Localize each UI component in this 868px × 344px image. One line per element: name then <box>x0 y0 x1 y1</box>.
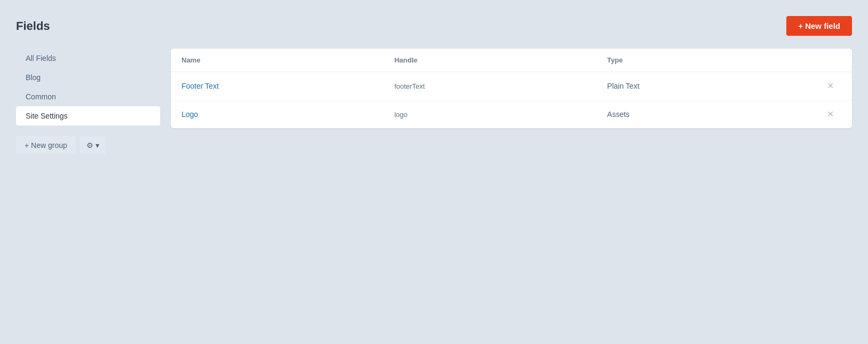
table-row: Logo logo Assets ✕ <box>171 100 852 128</box>
new-group-button[interactable]: + New group <box>16 136 76 154</box>
page-title: Fields <box>16 19 50 33</box>
logo-link[interactable]: Logo <box>182 110 198 119</box>
gear-icon: ⚙ <box>86 141 93 150</box>
sidebar-item-common[interactable]: Common <box>16 87 160 106</box>
sidebar-item-all-fields[interactable]: All Fields <box>16 49 160 68</box>
page-wrapper: Fields + New field All Fields Blog Commo… <box>0 0 868 344</box>
sidebar-item-site-settings[interactable]: Site Settings <box>16 106 160 126</box>
footer-text-handle: footerText <box>394 82 607 90</box>
sidebar-actions: + New group ⚙ ▾ <box>16 136 160 154</box>
content-area: All Fields Blog Common Site Settings + N… <box>16 49 852 154</box>
new-field-button[interactable]: + New field <box>786 16 852 36</box>
column-header-actions <box>820 56 841 64</box>
column-header-type: Type <box>607 56 820 64</box>
column-header-name: Name <box>182 56 394 64</box>
table-header: Name Handle Type <box>171 49 852 72</box>
footer-text-link[interactable]: Footer Text <box>182 82 219 90</box>
sidebar-item-blog[interactable]: Blog <box>16 68 160 87</box>
delete-footer-text-button[interactable]: ✕ <box>820 80 841 92</box>
footer-text-type: Plain Text <box>607 82 820 90</box>
fields-table: Name Handle Type Footer Text footerText … <box>171 49 852 128</box>
delete-logo-button[interactable]: ✕ <box>820 108 841 121</box>
logo-handle: logo <box>394 111 607 119</box>
logo-type: Assets <box>607 110 820 119</box>
page-header: Fields + New field <box>16 16 852 36</box>
chevron-down-icon: ▾ <box>96 141 99 150</box>
field-name-cell: Logo <box>182 110 394 119</box>
gear-settings-button[interactable]: ⚙ ▾ <box>80 136 106 154</box>
sidebar: All Fields Blog Common Site Settings + N… <box>16 49 171 154</box>
column-header-handle: Handle <box>394 56 607 64</box>
field-name-cell: Footer Text <box>182 82 394 90</box>
sidebar-nav: All Fields Blog Common Site Settings <box>16 49 160 126</box>
table-row: Footer Text footerText Plain Text ✕ <box>171 72 852 100</box>
